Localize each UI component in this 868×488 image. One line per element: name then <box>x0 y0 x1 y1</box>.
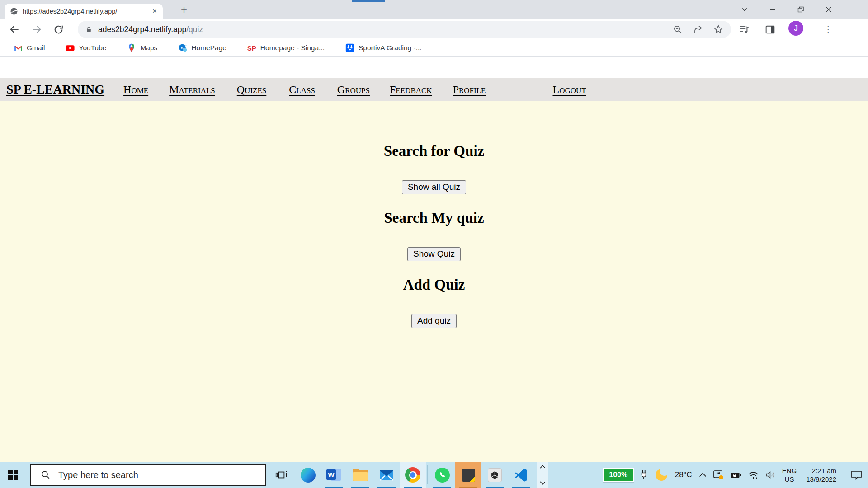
heading-search-my-quiz: Search My quiz <box>0 210 868 226</box>
taskbar-app-edge[interactable] <box>295 462 321 488</box>
browser-tab[interactable]: https://ades2b24grp4.netlify.app/ × <box>5 4 163 19</box>
scroll-up-chevron-icon[interactable] <box>540 465 546 469</box>
restore-button[interactable] <box>793 2 808 17</box>
bookmark-star-icon[interactable] <box>713 24 724 35</box>
taskbar-app-file-explorer[interactable] <box>347 462 373 488</box>
url-path: /quiz <box>186 25 203 34</box>
close-window-button[interactable] <box>821 2 836 17</box>
maps-pin-icon <box>127 43 136 52</box>
site-nav-bar: SP E-LEARNING Home Materials Quizes Clas… <box>0 78 868 101</box>
bookmark-sportiva[interactable]: SportivA Grading -... <box>345 43 422 52</box>
reload-button[interactable] <box>53 24 64 35</box>
taskbar-app-mail[interactable] <box>373 462 400 488</box>
battery-icon[interactable] <box>730 470 742 480</box>
taskbar-app-chrome[interactable] <box>400 462 426 488</box>
taskbar-app-notes[interactable] <box>455 462 481 488</box>
browser-menu-kebab-icon[interactable]: ⋮ <box>825 21 832 38</box>
windows-taskbar: W <box>0 462 868 488</box>
new-tab-button[interactable]: + <box>178 5 190 16</box>
task-view-button[interactable] <box>269 462 295 488</box>
sp-logo-icon: SP <box>247 43 256 52</box>
plug-icon <box>640 469 648 480</box>
nav-link-profile[interactable]: Profile <box>453 84 486 96</box>
minimize-button[interactable] <box>765 2 780 17</box>
clock[interactable]: 2:21 am 13/8/2022 <box>806 466 836 483</box>
show-quiz-button[interactable]: Show Quiz <box>407 247 461 261</box>
side-panel-icon[interactable] <box>763 21 777 38</box>
device-sync-icon[interactable] <box>712 469 724 480</box>
gmail-icon <box>14 43 23 52</box>
bookmark-label: SportivA Grading -... <box>359 44 422 52</box>
bookmark-label: Gmail <box>27 44 45 52</box>
taskbar-search-box[interactable] <box>30 464 266 486</box>
forward-button[interactable] <box>31 23 42 35</box>
bookmark-youtube[interactable]: YouTube <box>66 43 106 52</box>
browser-toolbar: ades2b24grp4.netlify.app/quiz J ⋮ <box>0 19 868 40</box>
tab-close-icon[interactable]: × <box>150 7 159 16</box>
url-host: ades2b24grp4.netlify.app <box>98 25 186 34</box>
date-text: 13/8/2022 <box>806 475 836 483</box>
back-button[interactable] <box>9 23 20 35</box>
sportiva-grading-icon <box>345 43 354 52</box>
site-brand[interactable]: SP E-LEARNING <box>6 82 104 97</box>
night-moon-icon[interactable] <box>656 469 667 481</box>
notification-center-icon[interactable] <box>850 469 863 481</box>
profile-avatar[interactable]: J <box>788 21 803 36</box>
zoom-out-page-icon[interactable] <box>673 24 683 35</box>
tab-title: https://ades2b24grp4.netlify.app/ <box>23 8 147 15</box>
search-icon <box>41 470 51 480</box>
tab-search-chevron-icon[interactable] <box>737 2 752 17</box>
hidden-icons-chevron[interactable] <box>699 473 707 477</box>
bookmark-label: HomePage <box>191 44 226 52</box>
nav-link-home[interactable]: Home <box>123 84 148 96</box>
svg-text:s: s <box>181 45 184 50</box>
nav-link-logout[interactable]: Logout <box>552 84 586 96</box>
site-favicon-globe-icon <box>10 7 18 15</box>
nav-link-feedback[interactable]: Feedback <box>390 84 432 96</box>
start-button[interactable] <box>0 462 26 488</box>
show-all-quiz-button[interactable]: Show all Quiz <box>402 180 466 194</box>
chrome-icon <box>405 467 420 483</box>
whatsapp-icon <box>435 468 450 483</box>
taskbar-app-whatsapp[interactable] <box>429 462 455 488</box>
scroll-down-chevron-icon[interactable] <box>540 481 546 485</box>
bookmark-homepage-singa[interactable]: SP Homepage - Singa... <box>247 43 325 52</box>
taskbar-overflow-scroll[interactable] <box>537 462 548 488</box>
media-controls-icon[interactable] <box>737 21 751 38</box>
nav-link-groups[interactable]: Groups <box>337 84 370 96</box>
bookmark-label: Homepage - Singa... <box>260 44 325 52</box>
language-indicator[interactable]: ENG US <box>782 466 797 483</box>
speaker-icon[interactable] <box>765 470 776 480</box>
taskbar-app-vscode[interactable] <box>508 462 534 488</box>
search-input[interactable] <box>57 469 240 481</box>
notes-app-icon <box>462 469 475 482</box>
add-quiz-button[interactable]: Add quiz <box>411 314 457 328</box>
share-icon[interactable] <box>693 24 703 35</box>
bookmark-gmail[interactable]: Gmail <box>14 43 45 52</box>
language-code: ENG <box>782 466 797 475</box>
window-controls <box>737 0 836 19</box>
address-bar[interactable]: ades2b24grp4.netlify.app/quiz <box>78 21 731 38</box>
nav-link-materials[interactable]: Materials <box>169 84 215 96</box>
bookmark-homepage[interactable]: s HomePage <box>178 43 226 52</box>
temperature-text[interactable]: 28°C <box>675 470 692 479</box>
file-explorer-icon <box>353 469 368 481</box>
wifi-icon[interactable] <box>748 470 759 480</box>
time-text: 2:21 am <box>806 466 836 475</box>
homepage-site-icon: s <box>178 43 187 52</box>
quiz-page-content: Search for Quiz Show all Quiz Search My … <box>0 101 868 328</box>
taskbar-app-word[interactable]: W <box>321 462 347 488</box>
battery-percent-indicator[interactable]: 100% <box>603 468 634 482</box>
taskbar-app-unity[interactable] <box>481 462 508 488</box>
nav-link-quizes[interactable]: Quizes <box>237 84 267 96</box>
bookmark-maps[interactable]: Maps <box>127 43 157 52</box>
system-tray: 100% 28°C ENG US <box>603 466 863 483</box>
lock-icon[interactable] <box>85 25 93 34</box>
word-icon: W <box>326 468 342 482</box>
url-text[interactable]: ades2b24grp4.netlify.app/quiz <box>98 25 203 34</box>
screen: https://ades2b24grp4.netlify.app/ × + <box>0 0 868 488</box>
background-window-sliver <box>352 0 385 2</box>
nav-link-class[interactable]: Class <box>289 84 315 96</box>
unity-hub-icon <box>488 468 502 482</box>
heading-search-for-quiz: Search for Quiz <box>0 143 868 160</box>
